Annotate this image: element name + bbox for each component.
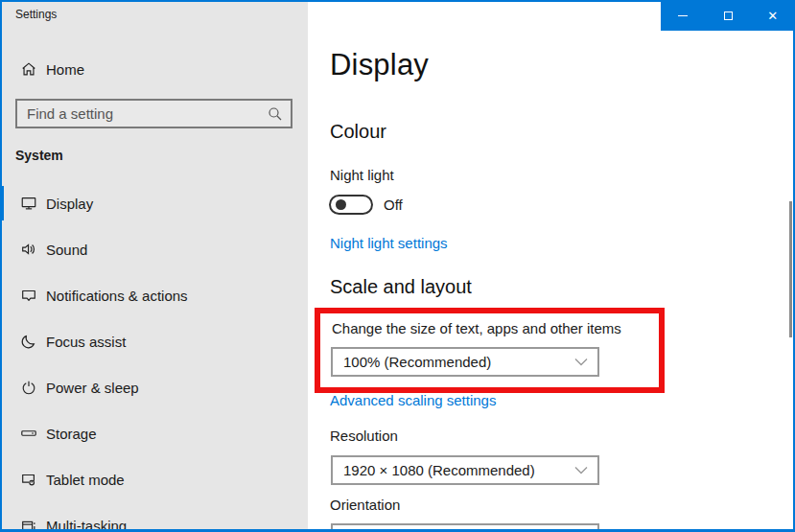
sidebar-item-label: Notifications & actions: [46, 288, 188, 304]
sidebar-item-sound[interactable]: Sound: [0, 230, 308, 268]
toggle-knob: [336, 199, 346, 210]
sidebar-item-label: Tablet mode: [46, 472, 125, 488]
close-icon: ✕: [767, 10, 778, 22]
chevron-down-icon: [574, 466, 588, 474]
sidebar-item-label: Focus assist: [46, 334, 126, 350]
scale-dropdown[interactable]: 100% (Recommended): [331, 347, 599, 377]
scale-section-heading: Scale and layout: [330, 276, 472, 298]
minimize-icon: [678, 15, 688, 16]
scale-dropdown-value: 100% (Recommended): [343, 354, 491, 370]
search-box: [15, 99, 292, 128]
titlebar-caption-area: ✕: [661, 0, 795, 31]
sidebar-item-label: Storage: [46, 426, 97, 442]
sidebar-item-storage[interactable]: Storage: [0, 414, 308, 452]
resolution-label: Resolution: [330, 428, 398, 444]
window-border-left: [0, 0, 2, 532]
colour-section-heading: Colour: [330, 121, 386, 143]
vertical-scrollbar-thumb[interactable]: [789, 201, 792, 337]
sidebar-item-tablet-mode[interactable]: Tablet mode: [0, 460, 308, 498]
orientation-label: Orientation: [330, 497, 400, 513]
maximize-button[interactable]: [706, 0, 751, 31]
close-button[interactable]: ✕: [750, 0, 795, 31]
sidebar-item-label: Home: [46, 61, 84, 78]
selected-item-indicator: [0, 186, 4, 220]
notifications-icon: [19, 286, 38, 305]
home-icon: [19, 59, 38, 79]
window-title: Settings: [15, 8, 57, 21]
night-light-state: Off: [384, 196, 403, 215]
search-input[interactable]: [17, 101, 268, 127]
sidebar-item-display[interactable]: Display: [0, 184, 308, 222]
sidebar-item-label: Power & sleep: [46, 380, 139, 396]
sidebar-item-notifications[interactable]: Notifications & actions: [0, 276, 308, 314]
sidebar-item-home[interactable]: Home: [0, 50, 308, 88]
sidebar-item-focus-assist[interactable]: Focus assist: [0, 322, 308, 360]
advanced-scaling-settings-link[interactable]: Advanced scaling settings: [330, 392, 496, 408]
sidebar-item-label: Display: [46, 196, 93, 212]
scale-size-label: Change the size of text, apps and other …: [332, 320, 621, 336]
maximize-icon: [724, 12, 733, 20]
night-light-settings-link[interactable]: Night light settings: [330, 235, 448, 251]
minimize-button[interactable]: [661, 0, 706, 31]
resolution-dropdown-value: 1920 × 1080 (Recommended): [343, 462, 535, 478]
search-icon[interactable]: [268, 106, 291, 122]
night-light-label: Night light: [330, 167, 394, 183]
sidebar-item-power-sleep[interactable]: Power & sleep: [0, 368, 308, 406]
page-title: Display: [330, 48, 429, 82]
sound-icon: [19, 240, 38, 259]
chevron-down-icon: [574, 358, 588, 366]
sidebar-item-multitasking[interactable]: Multi-tasking: [0, 506, 308, 532]
night-light-toggle[interactable]: [329, 195, 373, 215]
power-icon: [19, 378, 38, 397]
display-icon: [19, 194, 38, 213]
storage-drive-icon: [19, 424, 38, 443]
focus-assist-moon-icon: [19, 332, 38, 351]
tablet-mode-icon: [19, 470, 38, 489]
sidebar-section-system: System: [15, 148, 63, 163]
resolution-dropdown[interactable]: 1920 × 1080 (Recommended): [331, 455, 599, 485]
sidebar-item-label: Sound: [46, 242, 87, 258]
